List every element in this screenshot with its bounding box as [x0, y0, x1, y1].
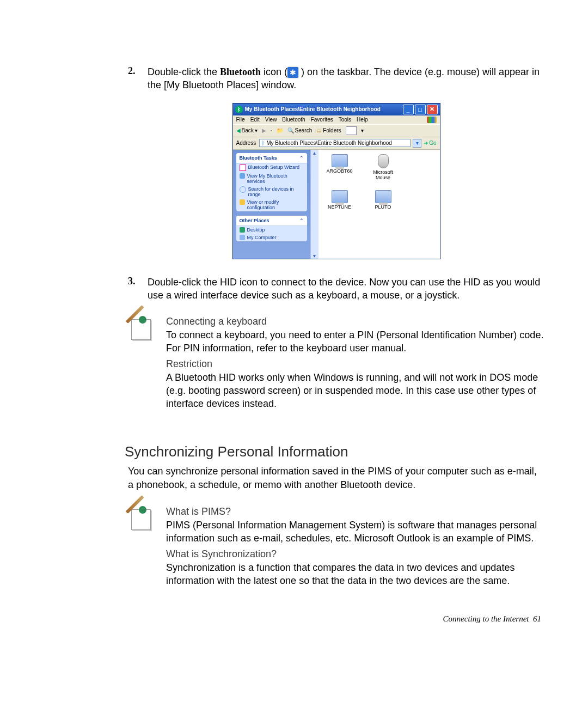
step-2: 2. Double-click the Bluetooth icon (✱ ) … [128, 65, 544, 92]
close-button[interactable]: ✕ [427, 105, 438, 114]
task-label: View or modify configuration [247, 199, 304, 210]
address-field[interactable]: ᛒ My Bluetooth Places\Entire Bluetooth N… [259, 139, 411, 147]
chevron-down-icon: ▾ [255, 127, 258, 133]
minimize-button[interactable]: _ [403, 105, 414, 114]
task-label: Desktop [247, 227, 265, 233]
menu-favorites[interactable]: Favorites [311, 117, 333, 123]
device-label: NEPTUNE [323, 204, 357, 210]
note-text: PIMS (Personal Information Management Sy… [166, 519, 544, 545]
menu-help[interactable]: Help [357, 117, 368, 123]
bluetooth-places-window: ᛒ My Bluetooth Places\Entire Bluetooth N… [232, 103, 440, 259]
search-label: Search [295, 127, 313, 133]
folders-icon: 🗂 [316, 127, 322, 133]
bluetooth-icon: ᛒ [261, 140, 265, 146]
menu-bluetooth[interactable]: Bluetooth [282, 117, 305, 123]
task-setup-wizard[interactable]: Bluetooth Setup Wizard [236, 163, 307, 172]
up-button[interactable]: 📁 [277, 127, 283, 133]
menu-tools[interactable]: Tools [339, 117, 351, 123]
go-label: Go [429, 140, 436, 146]
section-heading: Synchronizing Personal Information [125, 443, 544, 460]
note-icon [128, 506, 153, 531]
task-label: My Computer [247, 235, 277, 240]
text: icon ( [261, 66, 287, 77]
toolbar: ◀Back ▾ ▶ · 📁 🔍Search 🗂Folders ▾ [233, 124, 440, 137]
note-heading: What is Synchronization? [166, 549, 544, 560]
services-icon [240, 173, 245, 179]
maximize-button[interactable]: □ [415, 105, 426, 114]
my-computer-icon [240, 235, 245, 240]
task-label: Search for devices in range [248, 186, 304, 197]
address-label: Address [236, 140, 256, 146]
computer-icon [332, 154, 348, 167]
note-icon [128, 316, 153, 341]
other-my-computer[interactable]: My Computer [236, 234, 307, 241]
window-title: My Bluetooth Places\Entire Bluetooth Nei… [245, 106, 403, 112]
note-heading: Connecting a keyboard [166, 316, 544, 327]
page-footer: Connecting to the Internet 61 [128, 614, 544, 624]
text: Double-click the [148, 66, 220, 77]
section-intro: You can synchronize personal information… [128, 465, 544, 492]
back-label: Back [242, 127, 254, 133]
step-number: 3. [128, 276, 148, 302]
device-label: ARGOBT60 [323, 168, 357, 174]
sidebar-scrollbar[interactable]: ▴▾ [310, 150, 318, 259]
step-number: 2. [128, 65, 148, 92]
collapse-icon[interactable]: ⌃ [299, 155, 304, 161]
address-dropdown[interactable]: ▾ [413, 139, 421, 148]
bluetooth-icon: ✱ [287, 67, 298, 78]
task-view-services[interactable]: View My Bluetooth services [236, 172, 307, 185]
task-label: Bluetooth Setup Wizard [248, 164, 300, 170]
note-text: Synchronization is a function that compa… [166, 561, 544, 588]
step-text: Double-click the Bluetooth icon (✱ ) on … [148, 65, 544, 92]
titlebar: ᛒ My Bluetooth Places\Entire Bluetooth N… [233, 103, 440, 115]
menu-view[interactable]: View [265, 117, 277, 123]
desktop-icon [240, 227, 245, 233]
other-desktop[interactable]: Desktop [236, 226, 307, 234]
back-button[interactable]: ◀Back ▾ [236, 127, 258, 133]
address-bar: Address ᛒ My Bluetooth Places\Entire Blu… [233, 137, 440, 150]
folders-label: Folders [323, 127, 341, 133]
note-text: To connect a keyboard, you need to enter… [166, 328, 544, 355]
device-pane: ARGOBT60 Microsoft Mouse NEPTUNE PLUTO [318, 150, 440, 259]
other-places-panel: Other Places⌃ Desktop My Computer [236, 216, 307, 241]
chevron-down-icon: ▾ [361, 127, 364, 133]
search-icon: 🔍 [287, 127, 294, 133]
collapse-icon[interactable]: ⌃ [299, 218, 304, 223]
task-label: View My Bluetooth services [247, 173, 304, 184]
back-icon: ◀ [236, 127, 241, 133]
task-configuration[interactable]: View or modify configuration [236, 198, 307, 211]
wizard-icon [240, 164, 246, 171]
device-argobt60[interactable]: ARGOBT60 [323, 154, 357, 180]
bluetooth-tasks-panel: Bluetooth Tasks⌃ Bluetooth Setup Wizard … [236, 153, 307, 211]
device-label: Microsoft Mouse [366, 169, 400, 180]
bluetooth-window-icon: ᛒ [235, 106, 243, 113]
separator: · [271, 127, 272, 133]
note-pims-sync: What is PIMS? PIMS (Personal Information… [128, 506, 544, 587]
forward-button[interactable]: ▶ [262, 127, 266, 133]
folders-button[interactable]: 🗂Folders [316, 127, 341, 133]
menu-edit[interactable]: Edit [250, 117, 260, 123]
task-search-devices[interactable]: Search for devices in range [236, 185, 307, 198]
device-pluto[interactable]: PLUTO [366, 190, 400, 210]
search-button[interactable]: 🔍Search [287, 127, 313, 133]
step-3: 3. Double-click the HID icon to connect … [128, 276, 544, 302]
windows-flag-icon [427, 117, 437, 123]
mouse-icon [378, 154, 389, 168]
menu-file[interactable]: File [236, 117, 245, 123]
scroll-up-icon: ▴ [313, 150, 316, 156]
computer-icon [332, 190, 348, 203]
note-heading: Restriction [166, 358, 544, 370]
go-icon: ➔ [424, 140, 428, 146]
bluetooth-word: Bluetooth [220, 66, 261, 77]
device-label: PLUTO [366, 204, 400, 210]
device-neptune[interactable]: NEPTUNE [323, 190, 357, 210]
views-button[interactable] [346, 126, 357, 135]
scroll-down-icon: ▾ [313, 253, 316, 259]
step-text: Double-click the HID icon to connect to … [148, 276, 544, 302]
go-button[interactable]: ➔Go [424, 140, 436, 146]
computer-icon [375, 190, 391, 203]
config-icon [240, 199, 245, 205]
sidebar: Bluetooth Tasks⌃ Bluetooth Setup Wizard … [233, 150, 310, 259]
search-icon [240, 186, 246, 193]
device-microsoft-mouse[interactable]: Microsoft Mouse [366, 154, 400, 180]
